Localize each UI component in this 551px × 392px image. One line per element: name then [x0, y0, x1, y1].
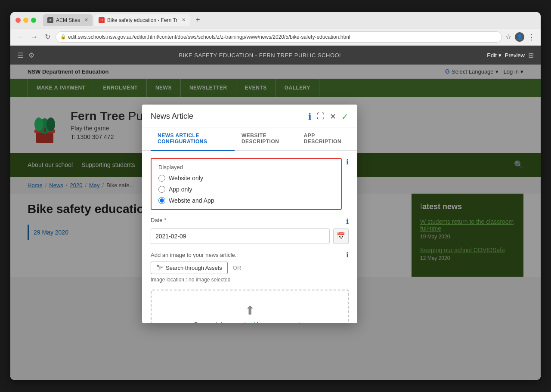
- radio-website-only[interactable]: Website only: [158, 175, 334, 182]
- date-required-marker: *: [164, 217, 166, 223]
- close-button[interactable]: [15, 18, 21, 23]
- search-assets-label: Search through Assets: [166, 265, 222, 271]
- tab-title-aem: AEM Sites: [56, 17, 80, 23]
- displayed-label: Displayed: [158, 164, 334, 170]
- new-tab-button[interactable]: +: [192, 14, 204, 26]
- modal-close-button[interactable]: ✕: [330, 112, 336, 121]
- modal-header: News Article ℹ ⛶ ✕ ✓: [142, 105, 357, 127]
- modal-confirm-button[interactable]: ✓: [341, 111, 349, 122]
- tab-title-bike: Bike safety education - Fern Tr: [107, 17, 177, 23]
- modal-header-icons: ℹ ⛶ ✕ ✓: [308, 111, 349, 122]
- tab-bar: A AEM Sites ✕ B Bike safety education - …: [43, 14, 536, 26]
- modal-fullscreen-button[interactable]: ⛶: [317, 112, 325, 121]
- url-text: edit.sws.schools.nsw.gov.au/editor.html/…: [68, 34, 350, 40]
- modal-tabs: NEWS ARTICLE CONFIGURATIONS WEBSITE DESC…: [142, 127, 357, 151]
- tab-website-description[interactable]: WEBSITE DESCRIPTION: [235, 127, 297, 151]
- date-input-field[interactable]: [151, 228, 330, 244]
- upload-icon: ⬆: [164, 303, 335, 318]
- forward-button[interactable]: →: [29, 32, 40, 42]
- tab-bike-safety[interactable]: B Bike safety education - Fern Tr ✕: [94, 14, 190, 26]
- sidebar-toggle-icon[interactable]: ☰: [17, 51, 23, 59]
- address-bar: ← → ↻ 🔒 edit.sws.schools.nsw.gov.au/edit…: [10, 28, 541, 46]
- profile-icon[interactable]: 👤: [515, 32, 524, 42]
- drop-zone-text: Drag and drop or upload from your comput…: [164, 321, 335, 323]
- or-divider-label: OR: [233, 265, 241, 271]
- tab-app-description[interactable]: APP DESCRIPTION: [297, 127, 349, 151]
- lock-icon: 🔒: [60, 34, 66, 40]
- displayed-info-icon[interactable]: ℹ: [346, 158, 349, 166]
- browser-window: A AEM Sites ✕ B Bike safety education - …: [10, 12, 541, 380]
- back-button[interactable]: ←: [15, 32, 26, 42]
- modal-body: Displayed Website only App only: [142, 151, 357, 323]
- drop-zone[interactable]: ⬆ Drag and drop or upload from your comp…: [151, 290, 349, 323]
- image-section: Add an image to your news article. ℹ 🔭 S…: [151, 251, 349, 283]
- tab-favicon-aem: A: [47, 17, 53, 23]
- radio-website-only-label: Website only: [169, 175, 203, 182]
- tab-news-article-configurations[interactable]: NEWS ARTICLE CONFIGURATIONS: [151, 127, 235, 151]
- radio-app-only[interactable]: App only: [158, 186, 334, 193]
- edit-chevron-icon: ▾: [498, 52, 501, 59]
- page-content: NSW Department of Education G Select Lan…: [10, 65, 541, 380]
- image-field-header: Add an image to your news article. ℹ: [151, 251, 349, 259]
- settings-icon[interactable]: ⚙: [28, 51, 34, 59]
- tab-close-aem[interactable]: ✕: [84, 17, 88, 23]
- date-info-icon[interactable]: ℹ: [346, 217, 349, 225]
- radio-website-and-app[interactable]: Website and App: [158, 197, 334, 204]
- radio-app-only-label: App only: [169, 186, 192, 193]
- radio-website-and-app-input[interactable]: [158, 197, 165, 204]
- image-location-text: Image location : no image selected: [151, 277, 349, 283]
- date-input-row: 📅: [151, 228, 349, 244]
- binoculars-icon: 🔭: [156, 265, 163, 271]
- bookmark-icon[interactable]: ☆: [505, 33, 511, 41]
- preview-button[interactable]: Preview: [505, 52, 525, 59]
- refresh-button[interactable]: ↻: [43, 32, 52, 42]
- url-bar[interactable]: 🔒 edit.sws.schools.nsw.gov.au/editor.htm…: [56, 31, 502, 43]
- image-info-icon[interactable]: ℹ: [346, 251, 349, 259]
- calendar-icon-button[interactable]: 📅: [333, 228, 349, 244]
- modal-overlay: News Article ℹ ⛶ ✕ ✓ NEWS ARTICLE CONFIG…: [10, 65, 541, 380]
- radio-website-and-app-label: Website and App: [169, 197, 214, 204]
- menu-icon[interactable]: ⋮: [528, 32, 536, 42]
- date-field-label: Date *: [151, 217, 167, 223]
- search-assets-button[interactable]: 🔭 Search through Assets: [151, 262, 228, 274]
- aem-toolbar: ☰ ⚙ BIKE SAFETY EDUCATION - FERN TREE PU…: [10, 46, 541, 65]
- date-field-row: Date * ℹ 📅: [151, 217, 349, 244]
- radio-app-only-input[interactable]: [158, 186, 165, 193]
- modal-help-button[interactable]: ℹ: [308, 111, 312, 122]
- date-field-header: Date * ℹ: [151, 217, 349, 226]
- upload-link[interactable]: upload from your computer: [238, 321, 305, 323]
- tab-favicon-bike: B: [99, 17, 105, 23]
- edit-button[interactable]: Edit ▾: [487, 52, 501, 59]
- radio-group: Website only App only Website and App: [158, 175, 334, 204]
- tab-close-bike[interactable]: ✕: [182, 17, 186, 23]
- radio-website-only-input[interactable]: [158, 175, 165, 182]
- tab-aem-sites[interactable]: A AEM Sites ✕: [43, 14, 93, 26]
- modal-title: News Article: [151, 112, 304, 121]
- maximize-button[interactable]: [31, 18, 36, 23]
- share-icon[interactable]: ⊞: [528, 51, 534, 59]
- image-section-label: Add an image to your news article.: [151, 252, 236, 258]
- title-bar: A AEM Sites ✕ B Bike safety education - …: [10, 12, 541, 28]
- aem-toolbar-right: Edit ▾ Preview ⊞: [487, 51, 534, 59]
- modal-dialog: News Article ℹ ⛶ ✕ ✓ NEWS ARTICLE CONFIG…: [142, 105, 357, 323]
- displayed-section: Displayed Website only App only: [151, 158, 342, 210]
- aem-page-title: BIKE SAFETY EDUCATION - FERN TREE PUBLIC…: [40, 52, 482, 59]
- traffic-lights: [15, 18, 36, 23]
- minimize-button[interactable]: [23, 18, 28, 23]
